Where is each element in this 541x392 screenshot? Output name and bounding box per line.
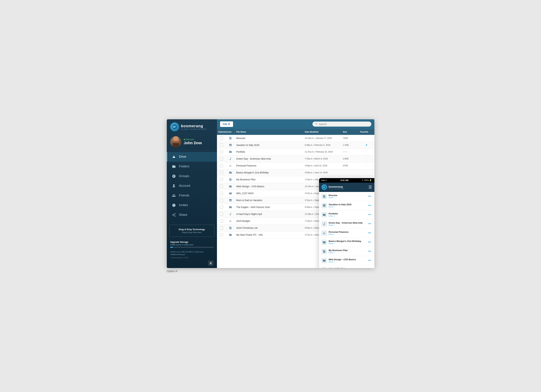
- mobile-file-icon: [322, 239, 327, 245]
- table-row[interactable]: Portfolio 11:37p.m. | February 15, 2018 …: [217, 149, 375, 155]
- row-fav-cell[interactable]: ♡: [359, 162, 375, 169]
- mobile-file-sub: Drive >: [329, 252, 366, 254]
- sidebar-drive-label: Drive: [179, 155, 186, 159]
- row-checkbox[interactable]: [220, 171, 223, 174]
- mobile-more-button[interactable]: •••: [367, 267, 372, 268]
- row-checkbox[interactable]: [220, 233, 223, 236]
- mobile-more-button[interactable]: •••: [367, 258, 372, 263]
- row-checkbox-cell: [217, 142, 226, 148]
- row-checkbox[interactable]: [220, 219, 223, 222]
- row-fav-cell[interactable]: ♡: [359, 155, 375, 162]
- row-checkbox[interactable]: [220, 192, 223, 195]
- row-icon-cell: [226, 176, 235, 183]
- favorite-icon[interactable]: ♡: [365, 150, 368, 154]
- mobile-more-button[interactable]: •••: [367, 221, 372, 226]
- mobile-file-name: Vacation to Italy 2018: [329, 203, 366, 206]
- favorite-icon[interactable]: ♡: [365, 157, 368, 160]
- account-icon: [172, 183, 176, 188]
- drag-drop-section[interactable]: Drag & Drop Technology Drag & Drop Files…: [169, 225, 214, 237]
- avatar-figure: [172, 138, 179, 147]
- row-filename: My Business Plan: [235, 176, 303, 183]
- mobile-logo-icon: [322, 184, 327, 190]
- row-checkbox[interactable]: [220, 199, 223, 202]
- storage-detail: 24MB (used) of 15GB used: [170, 244, 213, 246]
- copyright: © boomerang inc. 2018: [167, 257, 217, 260]
- table-row[interactable]: Personal Finances 4:05p.m. | April 22, 2…: [217, 162, 375, 169]
- mobile-menu-button[interactable]: ☰: [369, 185, 372, 190]
- favorite-icon[interactable]: ♥: [366, 144, 368, 147]
- trash-button[interactable]: [208, 260, 213, 266]
- mobile-more-button[interactable]: •••: [367, 249, 372, 254]
- sidebar-item-groups[interactable]: Groups: [167, 171, 217, 181]
- search-bar[interactable]: [312, 122, 371, 127]
- mobile-file-sub: Drive >: [329, 242, 366, 244]
- row-checkbox-cell: [217, 162, 226, 169]
- mobile-file-info: My Business Plan Drive >: [329, 249, 366, 254]
- folder-icon: [172, 164, 176, 169]
- mobile-file-icon: [322, 258, 327, 263]
- table-row[interactable]: Resume 10:10a.m. | January 27, 2018 72KB…: [217, 135, 375, 142]
- mobile-list-item[interactable]: Web Design - CSS Basics Drive > •••: [319, 256, 375, 265]
- header-selected: Selected: [217, 129, 226, 135]
- row-filename: IMG_2157.MOV: [235, 190, 303, 196]
- favorite-icon[interactable]: ♡: [365, 171, 368, 174]
- mobile-file-icon: [322, 267, 327, 268]
- mobile-list-item[interactable]: Basics Morgan's 21st Birthday Drive > ••…: [319, 238, 375, 247]
- row-checkbox[interactable]: [220, 226, 223, 229]
- row-checkbox[interactable]: [220, 150, 223, 153]
- logo-text: boomerang cloud storage app: [181, 124, 207, 130]
- sidebar-item-friends[interactable]: Friends: [167, 191, 217, 200]
- favorite-icon[interactable]: ♡: [365, 137, 368, 140]
- row-fav-cell[interactable]: ♡: [359, 149, 375, 155]
- table-row[interactable]: Green Day - American Idiot.m4a 7:43a.m. …: [217, 155, 375, 162]
- mobile-more-button[interactable]: •••: [367, 203, 372, 208]
- row-checkbox-cell: [217, 155, 226, 162]
- row-fav-cell[interactable]: ♡: [359, 169, 375, 176]
- row-checkbox[interactable]: [220, 206, 223, 209]
- drive-icon: [172, 155, 176, 159]
- mobile-list-item[interactable]: Vacation to Italy 2018 Drive > •••: [319, 201, 375, 210]
- mobile-more-button[interactable]: •••: [367, 231, 372, 236]
- table-row[interactable]: Basics Morgan's 21st Birthday 5:54p.m. |…: [217, 169, 375, 176]
- row-checkbox[interactable]: [220, 164, 223, 167]
- mobile-more-button[interactable]: •••: [367, 240, 372, 245]
- sidebar-item-drive[interactable]: Drive: [167, 152, 217, 162]
- drag-drop-title: Drag & Drop Technology: [172, 228, 212, 231]
- header-date: Date Modified: [303, 129, 342, 135]
- friends-icon: [172, 193, 176, 198]
- share-icon: [172, 212, 176, 217]
- table-row[interactable]: Vacation to Italy 2018 6:36p.m. | Februa…: [217, 142, 375, 149]
- row-fav-cell[interactable]: ♥: [359, 142, 375, 148]
- mobile-list-item[interactable]: Resume Drive > •••: [319, 192, 375, 201]
- mobile-more-button[interactable]: •••: [367, 194, 372, 199]
- mobile-list-item[interactable]: IMG_2157.MOV Drive > •••: [319, 265, 375, 268]
- row-checkbox[interactable]: [220, 157, 223, 160]
- mobile-status-bar: ●●● ✦ 9:41 AM ✦ 100% 🔋: [319, 178, 375, 183]
- favorite-icon[interactable]: ♡: [365, 164, 368, 167]
- storage-bar-fill: [170, 247, 173, 248]
- sidebar-item-folders[interactable]: Folders: [167, 162, 217, 171]
- mobile-logo-area: boomerang cloud storage app: [322, 184, 344, 190]
- row-checkbox[interactable]: [220, 137, 223, 140]
- svg-point-3: [323, 187, 324, 188]
- mobile-more-button[interactable]: •••: [367, 212, 372, 217]
- row-checkbox[interactable]: [220, 144, 223, 147]
- search-input[interactable]: [319, 123, 369, 125]
- mobile-file-info: IMG_2157.MOV Drive >: [329, 267, 366, 268]
- row-checkbox[interactable]: [220, 178, 223, 181]
- sidebar-item-account[interactable]: Account: [167, 181, 217, 191]
- row-size: [342, 171, 359, 174]
- row-checkbox[interactable]: [220, 185, 223, 188]
- mobile-list-item[interactable]: My Business Plan Drive > •••: [319, 247, 375, 256]
- mobile-list-item[interactable]: Green Day - American Idiot.m4a Drive > •…: [319, 219, 375, 229]
- mobile-list-item[interactable]: Portfolio Drive > •••: [319, 210, 375, 219]
- row-fav-cell[interactable]: ♡: [359, 135, 375, 142]
- mobile-file-name: Portfolio: [329, 212, 366, 215]
- file-button[interactable]: File ✏: [220, 121, 233, 127]
- sidebar-account-label: Account: [179, 184, 190, 188]
- row-checkbox[interactable]: [220, 212, 223, 216]
- mobile-list-item[interactable]: Personal Finances Drive > •••: [319, 229, 375, 238]
- sidebar-folders-label: Folders: [179, 165, 189, 168]
- sidebar-item-share[interactable]: Share: [167, 210, 217, 220]
- sidebar-item-invites[interactable]: Invites: [167, 200, 217, 210]
